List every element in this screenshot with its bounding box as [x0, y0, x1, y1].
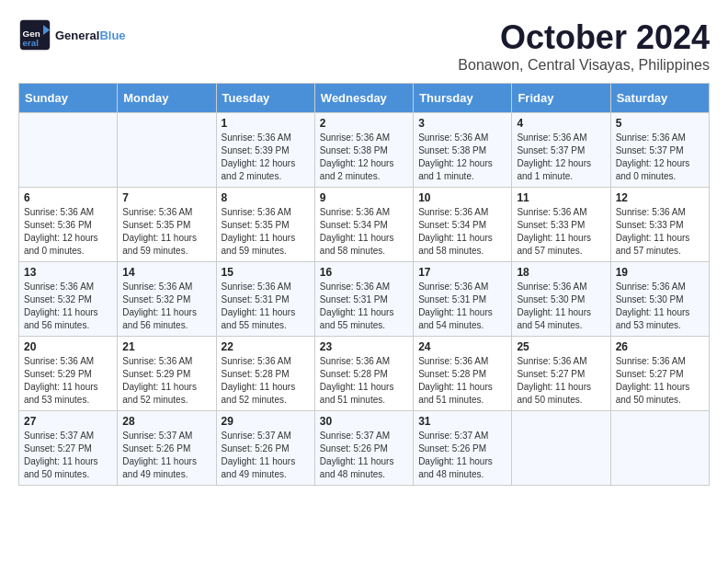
day-number: 11	[517, 191, 605, 204]
calendar-cell: 9 Sunrise: 5:36 AM Sunset: 5:34 PM Dayli…	[314, 188, 413, 262]
day-info: Sunrise: 5:36 AM Sunset: 5:38 PM Dayligh…	[418, 132, 506, 183]
calendar-cell: 23 Sunrise: 5:36 AM Sunset: 5:28 PM Dayl…	[314, 337, 413, 411]
day-info: Sunrise: 5:36 AM Sunset: 5:38 PM Dayligh…	[320, 132, 408, 183]
day-number: 26	[616, 340, 704, 353]
day-number: 31	[418, 415, 506, 428]
day-info: Sunrise: 5:36 AM Sunset: 5:33 PM Dayligh…	[616, 206, 704, 258]
svg-text:eral: eral	[23, 38, 40, 48]
calendar-cell: 31 Sunrise: 5:37 AM Sunset: 5:26 PM Dayl…	[414, 411, 512, 486]
day-info: Sunrise: 5:36 AM Sunset: 5:28 PM Dayligh…	[418, 355, 506, 407]
day-info: Sunrise: 5:37 AM Sunset: 5:26 PM Dayligh…	[418, 430, 506, 481]
day-info: Sunrise: 5:36 AM Sunset: 5:31 PM Dayligh…	[222, 281, 310, 332]
calendar-cell: 4 Sunrise: 5:36 AM Sunset: 5:37 PM Dayli…	[512, 113, 610, 188]
day-number: 7	[122, 191, 210, 204]
page-header: Gen eral GeneralBlue October 2024 Bonawo…	[18, 18, 710, 74]
day-number: 22	[222, 340, 310, 353]
calendar-table: SundayMondayTuesdayWednesdayThursdayFrid…	[18, 83, 710, 486]
location-subtitle: Bonawon, Central Visayas, Philippines	[458, 57, 710, 74]
day-info: Sunrise: 5:36 AM Sunset: 5:37 PM Dayligh…	[616, 132, 704, 183]
calendar-cell: 21 Sunrise: 5:36 AM Sunset: 5:29 PM Dayl…	[118, 337, 216, 411]
day-info: Sunrise: 5:36 AM Sunset: 5:30 PM Dayligh…	[616, 281, 704, 332]
calendar-cell: 29 Sunrise: 5:37 AM Sunset: 5:26 PM Dayl…	[216, 411, 314, 486]
day-number: 20	[24, 340, 112, 353]
logo-icon: Gen eral	[18, 18, 51, 52]
calendar-cell: 8 Sunrise: 5:36 AM Sunset: 5:35 PM Dayli…	[216, 188, 314, 262]
calendar-cell: 15 Sunrise: 5:36 AM Sunset: 5:31 PM Dayl…	[216, 262, 314, 337]
day-number: 19	[616, 266, 704, 279]
day-number: 21	[122, 340, 210, 353]
calendar-cell: 22 Sunrise: 5:36 AM Sunset: 5:28 PM Dayl…	[216, 337, 314, 411]
day-info: Sunrise: 5:36 AM Sunset: 5:33 PM Dayligh…	[517, 206, 605, 258]
day-number: 12	[616, 191, 704, 204]
day-number: 23	[320, 340, 408, 353]
logo: Gen eral GeneralBlue	[18, 18, 126, 52]
calendar-cell: 14 Sunrise: 5:36 AM Sunset: 5:32 PM Dayl…	[118, 262, 216, 337]
calendar-cell: 17 Sunrise: 5:36 AM Sunset: 5:31 PM Dayl…	[414, 262, 512, 337]
calendar-cell: 10 Sunrise: 5:36 AM Sunset: 5:34 PM Dayl…	[414, 188, 512, 262]
logo-text: GeneralBlue	[55, 29, 126, 42]
day-info: Sunrise: 5:37 AM Sunset: 5:26 PM Dayligh…	[320, 430, 408, 481]
calendar-cell	[118, 113, 216, 188]
day-number: 6	[24, 191, 112, 204]
day-number: 4	[517, 117, 605, 130]
calendar-cell: 26 Sunrise: 5:36 AM Sunset: 5:27 PM Dayl…	[610, 337, 709, 411]
day-info: Sunrise: 5:37 AM Sunset: 5:27 PM Dayligh…	[24, 430, 112, 481]
calendar-cell: 1 Sunrise: 5:36 AM Sunset: 5:39 PM Dayli…	[216, 113, 314, 188]
weekday-header-monday: Monday	[118, 84, 216, 113]
calendar-week-row: 6 Sunrise: 5:36 AM Sunset: 5:36 PM Dayli…	[19, 188, 710, 262]
calendar-cell: 12 Sunrise: 5:36 AM Sunset: 5:33 PM Dayl…	[610, 188, 709, 262]
day-number: 15	[222, 266, 310, 279]
month-title: October 2024	[458, 18, 710, 57]
calendar-cell: 7 Sunrise: 5:36 AM Sunset: 5:35 PM Dayli…	[118, 188, 216, 262]
day-number: 13	[24, 266, 112, 279]
day-info: Sunrise: 5:36 AM Sunset: 5:37 PM Dayligh…	[517, 132, 605, 183]
day-info: Sunrise: 5:36 AM Sunset: 5:31 PM Dayligh…	[320, 281, 408, 332]
day-number: 8	[222, 191, 310, 204]
calendar-cell: 27 Sunrise: 5:37 AM Sunset: 5:27 PM Dayl…	[19, 411, 118, 486]
calendar-cell: 3 Sunrise: 5:36 AM Sunset: 5:38 PM Dayli…	[414, 113, 512, 188]
calendar-cell: 24 Sunrise: 5:36 AM Sunset: 5:28 PM Dayl…	[414, 337, 512, 411]
day-info: Sunrise: 5:37 AM Sunset: 5:26 PM Dayligh…	[222, 430, 310, 481]
calendar-week-row: 1 Sunrise: 5:36 AM Sunset: 5:39 PM Dayli…	[19, 113, 710, 188]
day-info: Sunrise: 5:36 AM Sunset: 5:35 PM Dayligh…	[122, 206, 210, 258]
calendar-week-row: 27 Sunrise: 5:37 AM Sunset: 5:27 PM Dayl…	[19, 411, 710, 486]
day-number: 17	[418, 266, 506, 279]
day-number: 9	[320, 191, 408, 204]
calendar-cell: 20 Sunrise: 5:36 AM Sunset: 5:29 PM Dayl…	[19, 337, 118, 411]
day-info: Sunrise: 5:36 AM Sunset: 5:31 PM Dayligh…	[418, 281, 506, 332]
day-number: 14	[122, 266, 210, 279]
day-info: Sunrise: 5:36 AM Sunset: 5:30 PM Dayligh…	[517, 281, 605, 332]
weekday-header-saturday: Saturday	[610, 84, 709, 113]
day-info: Sunrise: 5:36 AM Sunset: 5:34 PM Dayligh…	[418, 206, 506, 258]
day-info: Sunrise: 5:36 AM Sunset: 5:29 PM Dayligh…	[122, 355, 210, 407]
weekday-header-sunday: Sunday	[19, 84, 118, 113]
day-info: Sunrise: 5:36 AM Sunset: 5:39 PM Dayligh…	[222, 132, 310, 183]
day-info: Sunrise: 5:37 AM Sunset: 5:26 PM Dayligh…	[122, 430, 210, 481]
weekday-header-wednesday: Wednesday	[314, 84, 413, 113]
day-info: Sunrise: 5:36 AM Sunset: 5:29 PM Dayligh…	[24, 355, 112, 407]
calendar-cell: 19 Sunrise: 5:36 AM Sunset: 5:30 PM Dayl…	[610, 262, 709, 337]
day-info: Sunrise: 5:36 AM Sunset: 5:27 PM Dayligh…	[616, 355, 704, 407]
day-info: Sunrise: 5:36 AM Sunset: 5:34 PM Dayligh…	[320, 206, 408, 258]
calendar-cell: 18 Sunrise: 5:36 AM Sunset: 5:30 PM Dayl…	[512, 262, 610, 337]
day-number: 5	[616, 117, 704, 130]
calendar-week-row: 20 Sunrise: 5:36 AM Sunset: 5:29 PM Dayl…	[19, 337, 710, 411]
calendar-cell: 6 Sunrise: 5:36 AM Sunset: 5:36 PM Dayli…	[19, 188, 118, 262]
calendar-cell: 30 Sunrise: 5:37 AM Sunset: 5:26 PM Dayl…	[314, 411, 413, 486]
weekday-header-tuesday: Tuesday	[216, 84, 314, 113]
day-number: 3	[418, 117, 506, 130]
weekday-header-friday: Friday	[512, 84, 610, 113]
calendar-cell: 11 Sunrise: 5:36 AM Sunset: 5:33 PM Dayl…	[512, 188, 610, 262]
day-info: Sunrise: 5:36 AM Sunset: 5:32 PM Dayligh…	[122, 281, 210, 332]
calendar-cell: 25 Sunrise: 5:36 AM Sunset: 5:27 PM Dayl…	[512, 337, 610, 411]
day-info: Sunrise: 5:36 AM Sunset: 5:35 PM Dayligh…	[222, 206, 310, 258]
calendar-cell	[19, 113, 118, 188]
calendar-cell: 5 Sunrise: 5:36 AM Sunset: 5:37 PM Dayli…	[610, 113, 709, 188]
day-number: 30	[320, 415, 408, 428]
day-number: 16	[320, 266, 408, 279]
day-number: 18	[517, 266, 605, 279]
day-info: Sunrise: 5:36 AM Sunset: 5:36 PM Dayligh…	[24, 206, 112, 258]
calendar-cell: 13 Sunrise: 5:36 AM Sunset: 5:32 PM Dayl…	[19, 262, 118, 337]
calendar-cell	[610, 411, 709, 486]
title-block: October 2024 Bonawon, Central Visayas, P…	[458, 18, 710, 74]
